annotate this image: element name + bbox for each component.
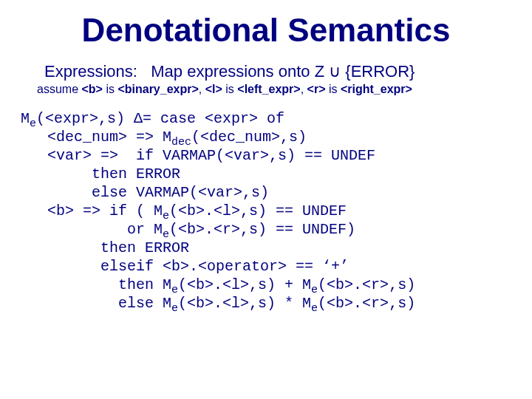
expressions-line: Expressions: Map expressions onto Z ∪ {E…: [44, 62, 517, 81]
expressions-text: Map expressions onto Z ∪ {ERROR}: [151, 62, 415, 81]
assume-is2: is: [222, 83, 237, 95]
assume-c2: ,: [301, 83, 307, 95]
line6b: (<b>.<l>,s) == UNDEF: [169, 202, 347, 219]
line10c: (<b>.<r>,s): [318, 276, 415, 293]
line11c: (<b>.<r>,s): [318, 295, 415, 312]
sub-e-7: e: [311, 302, 318, 315]
line11a: else M: [21, 295, 171, 312]
sub-e-5: e: [311, 284, 318, 296]
line1b: (<expr>,s) Δ= case <expr> of: [36, 110, 284, 127]
assume-binexpr: <binary_expr>: [117, 83, 198, 95]
line2b: (<dec_num>,s): [191, 129, 307, 146]
slide: { "title": "Denotational Semantics", "su…: [0, 0, 532, 399]
assume-b: <b>: [81, 83, 102, 95]
sub-e-6: e: [171, 302, 178, 315]
assume-is3: is: [325, 83, 340, 95]
assume-is1: is: [103, 83, 117, 95]
line1a: M: [21, 110, 30, 127]
line11b: (<b>.<l>,s) * M: [178, 295, 311, 312]
line10b: (<b>.<l>,s) + M: [178, 276, 311, 293]
line4: then ERROR: [21, 166, 180, 183]
definition-body: Me(<expr>,s) Δ= case <expr> of <dec_num>…: [21, 109, 517, 313]
sub-e-2: e: [163, 210, 169, 222]
assume-r: <r>: [307, 83, 326, 95]
assume-l: <l>: [205, 83, 222, 95]
line7a: or M: [21, 221, 163, 238]
line9: elseif <b>.<operator> == ‘+’: [21, 258, 349, 275]
line8: then ERROR: [21, 239, 189, 256]
line10a: then M: [21, 276, 171, 293]
line7b: (<b>.<r>,s) == UNDEF): [169, 221, 355, 238]
slide-title: Denotational Semantics: [15, 12, 517, 49]
line2a: <dec_num> => M: [21, 129, 171, 146]
expressions-label: Expressions:: [44, 62, 137, 81]
sub-e-4: e: [171, 284, 178, 296]
line3: <var> => if VARMAP(<var>,s) == UNDEF: [21, 147, 375, 164]
assume-lexpr: <left_expr>: [237, 83, 300, 95]
assume-prefix: assume: [37, 83, 81, 95]
assume-c1: ,: [199, 83, 205, 95]
line6a: <b> => if ( M: [21, 202, 163, 219]
line5: else VARMAP(<var>,s): [21, 184, 269, 201]
assume-line: assume <b> is <binary_expr>, <l> is <lef…: [37, 83, 517, 96]
assume-rexpr: <right_expr>: [341, 83, 412, 95]
